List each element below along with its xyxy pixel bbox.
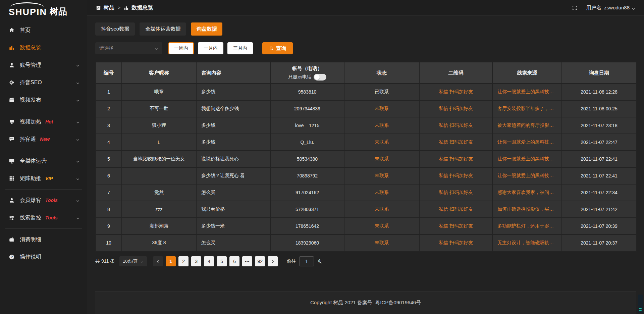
phone-only-toggle[interactable] (314, 74, 326, 81)
col-header-account: 帐号（电话） 只显示电话 (270, 62, 344, 84)
cell-source-link[interactable]: 无主灯设计，智能磁吸轨道灯... (492, 234, 562, 251)
cell-nickname (122, 167, 196, 184)
cell-qr-link[interactable]: 私信 扫码加好友 (419, 117, 492, 134)
home-icon (9, 27, 15, 33)
cell-source-link[interactable]: 让你一眼就爱上的黑科技，能... (492, 167, 562, 184)
sidebar-item-label: 矩阵助推 (20, 175, 41, 182)
cell-source-link[interactable]: 让你一眼就爱上的黑科技，能... (492, 134, 562, 151)
sidebar-item-label: 线索监控 (20, 214, 41, 221)
col-header-account-title: 帐号（电话） (271, 65, 344, 72)
main-area: 树品 > 数据总览 用户名: zswodun88 (87, 0, 644, 314)
cell-date: 2021-11-07 22:34 (562, 184, 636, 201)
cell-date: 2021-11-07 21:42 (562, 201, 636, 218)
page-button-3[interactable]: 3 (191, 256, 201, 266)
chevron-down-icon (140, 260, 144, 263)
tab-2[interactable]: 询盘数据 (191, 22, 222, 36)
prev-page-button[interactable] (153, 256, 163, 266)
page-button-4[interactable]: 4 (204, 256, 214, 266)
goto-unit-label: 页 (317, 258, 322, 264)
sidebar-item-lead-monitor[interactable]: 线索监控Tools (0, 209, 87, 226)
cell-date: 2021-11-07 22:41 (562, 167, 636, 184)
cell-qr-link[interactable]: 私信 扫码加好友 (419, 151, 492, 167)
fullscreen-icon[interactable] (572, 5, 578, 11)
cell-qr-link[interactable]: 私信 扫码加好友 (419, 134, 492, 151)
search-icon (269, 46, 274, 51)
cell-source-link[interactable]: 客厅安装投影半年多了，真实... (492, 100, 562, 117)
sidebar-item-label: 视频加热 (20, 118, 41, 125)
cell-account: 917024162 (270, 184, 344, 201)
sidebar-item-omni-media[interactable]: 全媒体运营 (0, 152, 87, 170)
sidebar-item-expense-detail[interactable]: 消费明细 (0, 231, 87, 248)
sidebar-item-member-baoke[interactable]: 会员爆客Tools (0, 192, 87, 209)
sidebar-item-video-heat[interactable]: 视频加热Hot (0, 113, 87, 130)
cell-qr-link[interactable]: 私信 扫码加好友 (419, 201, 492, 218)
app-root: SHUPIN 树品 首页数据总览账号管理抖音SEO视频发布视频加热Hot抖客通N… (0, 0, 644, 314)
sidebar-item-account-manage[interactable]: 账号管理 (0, 56, 87, 74)
sidebar-item-douketong[interactable]: 抖客通New (0, 130, 87, 148)
user-menu[interactable]: 用户名: zswodun88 (586, 5, 635, 11)
cell-source-link[interactable]: 多功能护栏灯，适用于乡村文... (492, 218, 562, 234)
cell-content: 我想问这个多少钱 (196, 100, 270, 117)
cell-source-link[interactable]: 如何正确选择投影仪，买投影... (492, 201, 562, 218)
cell-date: 2021-11-07 22:41 (562, 151, 636, 167)
cell-date: 2021-11-07 23:18 (562, 117, 636, 134)
page-button-6[interactable]: 6 (229, 256, 239, 266)
sidebar-item-matrix-boost[interactable]: 矩阵助推VIP (0, 170, 87, 187)
col-header-qrcode: 二维码 (419, 62, 492, 84)
range-buttons: 一周内一月内三月内 (168, 42, 253, 54)
page-button-1[interactable]: 1 (166, 256, 176, 266)
sidebar-divider (5, 189, 82, 190)
cell-nickname: 觉然 (122, 184, 196, 201)
tab-0[interactable]: 抖音seo数据 (95, 22, 135, 36)
page-ellipsis-button[interactable]: ••• (242, 256, 252, 266)
cell-content: 多少钱 (196, 134, 270, 151)
cell-qr-link[interactable]: 私信 扫码加好友 (419, 100, 492, 117)
filter-select[interactable]: 请选择 (95, 42, 162, 54)
search-button[interactable]: 查询 (262, 42, 293, 54)
cell-source-link[interactable]: 被大家追着问的客厅投影分享... (492, 117, 562, 134)
search-button-label: 查询 (276, 45, 286, 52)
username-label: 用户名: zswodun88 (586, 5, 630, 11)
cell-source-link[interactable]: 让你一眼就爱上的黑科技，能... (492, 84, 562, 100)
cell-qr-link[interactable]: 私信 扫码加好友 (419, 84, 492, 100)
cell-nickname: 哦章 (122, 84, 196, 100)
chevron-down-icon (154, 46, 158, 50)
page-size-select[interactable]: 10条/页 (119, 256, 147, 266)
cell-content: 说说价格让我死心 (196, 151, 270, 167)
goto-page-input[interactable] (299, 256, 314, 266)
sidebar-item-douyin-seo[interactable]: 抖音SEO (0, 74, 87, 91)
next-page-button[interactable] (268, 256, 278, 266)
breadcrumb-current: 数据总览 (131, 4, 153, 11)
chevron-down-icon (76, 137, 80, 141)
cell-qr-link[interactable]: 私信 扫码加好友 (419, 167, 492, 184)
logo-text-cn: 树品 (50, 6, 67, 17)
range-button-0[interactable]: 一周内 (168, 42, 194, 54)
sidebar-item-help[interactable]: ?操作说明 (0, 248, 87, 266)
svg-text:?: ? (11, 255, 13, 259)
video-icon (9, 97, 15, 103)
col-header-status: 状态 (344, 62, 419, 84)
cell-qr-link[interactable]: 私信 扫码加好友 (419, 184, 492, 201)
cell-date: 2021-11-07 22:47 (562, 134, 636, 151)
cell-source-link[interactable]: 感谢大家喜欢我家，被问了好... (492, 184, 562, 201)
sidebar-divider (5, 111, 82, 111)
range-button-1[interactable]: 一月内 (198, 42, 223, 54)
cell-no: 7 (96, 184, 122, 201)
breadcrumb-root[interactable]: 树品 (104, 4, 114, 11)
page-button-2[interactable]: 2 (178, 256, 189, 266)
table-row: 9潮起潮落多少钱一米178651642未联系私信 扫码加好友多功能护栏灯，适用于… (96, 218, 636, 234)
sidebar-item-home[interactable]: 首页 (0, 21, 87, 39)
cell-account: love__1215 (270, 117, 344, 134)
col-header-date: 询盘日期 (562, 62, 636, 84)
range-button-2[interactable]: 三月内 (227, 42, 253, 54)
sidebar-item-data-overview[interactable]: 数据总览 (0, 39, 87, 56)
sidebar-item-video-publish[interactable]: 视频发布 (0, 91, 87, 109)
tab-1[interactable]: 全媒体运营数据 (140, 22, 186, 36)
cell-source-link[interactable]: 让你一眼就爱上的黑科技，能... (492, 151, 562, 167)
cell-qr-link[interactable]: 私信 扫码加好友 (419, 234, 492, 251)
page-button-92[interactable]: 92 (255, 256, 265, 266)
page-button-5[interactable]: 5 (217, 256, 227, 266)
cell-account: 9583810 (270, 84, 344, 100)
cell-qr-link[interactable]: 私信 扫码加好友 (419, 218, 492, 234)
sidebar-badge: Hot (45, 119, 53, 124)
